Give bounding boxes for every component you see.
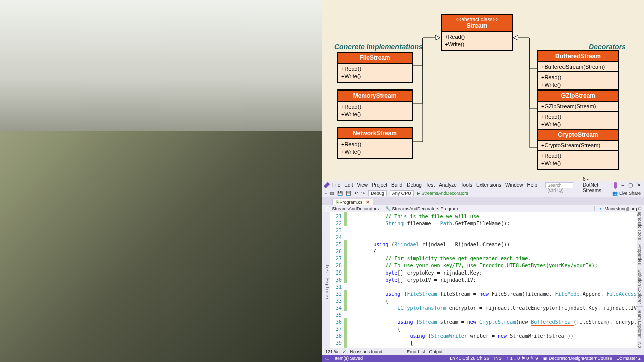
issues-text[interactable]: No issues found — [350, 349, 383, 354]
run-button[interactable]: ▶ StreamsAndDecorators — [417, 191, 468, 196]
uml-diagram: Concrete Implementations Decorators <<ab… — [322, 0, 644, 181]
code-line[interactable]: byte[] cryptoIV = rijndael.IV; — [349, 277, 644, 284]
side-tab-test-explorer[interactable]: Test Explorer — [322, 212, 330, 352]
visual-studio-window: FileEditViewProjectBuildDebugTestAnalyze… — [322, 181, 644, 362]
code-line[interactable] — [349, 312, 644, 319]
code-line[interactable]: { — [349, 326, 644, 333]
menu-extensions[interactable]: Extensions — [476, 182, 501, 188]
code-line[interactable]: { — [349, 340, 644, 347]
uml-abstract-stream: <<abstract class>> Stream +Read()+Write(… — [441, 14, 513, 51]
undo-icon[interactable]: ↶ — [354, 191, 358, 196]
bottom-tab-error-list[interactable]: Error List — [407, 349, 425, 354]
live-share-button[interactable]: 👥 Live Share — [612, 191, 641, 196]
crumb-namespace[interactable]: 🔧 StreamsAndDecorators.Program — [382, 206, 595, 211]
uml-memorystream: MemoryStream +Read()+Write() — [337, 89, 413, 121]
code-line[interactable]: // This is the file we will use — [349, 213, 644, 220]
status-branch[interactable]: ⎇ master ▴ — [617, 356, 641, 361]
code-line[interactable] — [349, 284, 644, 291]
platform-dropdown[interactable]: Any CPU — [390, 190, 414, 196]
config-dropdown[interactable]: Debug — [368, 190, 387, 196]
bottom-tab-output[interactable]: Output — [429, 349, 443, 354]
vs-status-bar: ▭ Item(s) Saved Ln 41 Col 26 Ch 26 INS ↑… — [322, 355, 644, 362]
code-editor[interactable]: Test Explorer 21222324252627282930313233… — [322, 212, 644, 352]
code-line[interactable]: { — [349, 298, 644, 305]
menu-view[interactable]: View — [357, 182, 368, 188]
nav-breadcrumb: 📄 StreamsAndDecorators 🔧 StreamsAndDecor… — [322, 205, 644, 212]
code-line[interactable]: using (Stream stream = new CryptoStream(… — [349, 319, 644, 326]
status-ins: INS — [494, 356, 502, 361]
menu-file[interactable]: File — [332, 182, 340, 188]
menu-analyze[interactable]: Analyze — [439, 182, 457, 188]
code-line[interactable]: using (FileStream fileStream = new FileS… — [349, 291, 644, 298]
status-caret-pos: Ln 41 Col 26 Ch 26 — [450, 356, 489, 361]
save-icon[interactable]: 💾 — [337, 191, 343, 196]
vs-search-box[interactable]: Search (Ctrl+Q) — [545, 182, 573, 188]
side-tab-diagnostic-tools[interactable]: Diagnostic Tools — [637, 205, 643, 242]
uml-bufferedstream: BufferedStream +BufferedStream(Stream) +… — [537, 50, 619, 92]
code-line[interactable]: { — [349, 248, 644, 255]
menu-project[interactable]: Project — [372, 182, 387, 188]
maximize-icon[interactable]: ▢ — [628, 182, 633, 188]
tab-label: Program.cs — [340, 200, 363, 205]
status-save-icon: ▭ — [325, 356, 330, 361]
code-line[interactable]: // To use your own key/IV, use Encoding.… — [349, 262, 644, 269]
crumb-project[interactable]: 📄 StreamsAndDecorators — [322, 206, 382, 211]
code-line[interactable] — [349, 227, 644, 234]
side-tab-properties[interactable]: Properties — [637, 242, 643, 267]
minimize-icon[interactable]: – — [621, 182, 624, 188]
vs-solution-name: 6 - DotNet Streams — [583, 176, 604, 193]
side-tab-team-explorer[interactable]: Team Explorer — [637, 307, 643, 340]
code-line[interactable] — [349, 234, 644, 241]
promo-photo — [0, 0, 322, 362]
redo-icon[interactable]: ↷ — [361, 191, 365, 196]
photo-bg — [0, 0, 322, 131]
menu-window[interactable]: Window — [505, 182, 523, 188]
status-changes[interactable]: ↑ 1 ↓ 0 ⚑ 0 ✎ 9 — [507, 356, 538, 361]
menu-tools[interactable]: Tools — [461, 182, 472, 188]
uml-gzipstream: GZipStream +GZipStream(Stream) +Read()+W… — [537, 89, 619, 131]
code-line[interactable]: String filename = Path.GetTempFileName()… — [349, 220, 644, 227]
uml-cryptostream: CryptoStream +CryptoStream(Stream) +Read… — [537, 129, 619, 170]
code-line[interactable]: using (Rijndael rijndael = Rijndael.Crea… — [349, 241, 644, 248]
code-line[interactable]: using (StreamWriter writer = new StreamW… — [349, 333, 644, 340]
editor-tab-bar: ⎘ Program.cs ✕ — [322, 197, 644, 205]
uml-label-left: Concrete Implementations — [334, 43, 423, 51]
editor-footer: 121 % ✔ No issues found Error List Outpu… — [322, 348, 644, 355]
code-line[interactable]: // For simplicity these get generated ea… — [349, 255, 644, 262]
vs-logo-icon — [324, 182, 330, 188]
uml-label-right: Decorators — [589, 43, 626, 51]
code-lines[interactable]: // This is the file we will use String f… — [347, 212, 644, 352]
right-tool-tabs: Diagnostic ToolsPropertiesSolution Explo… — [637, 205, 644, 362]
menu-test[interactable]: Test — [426, 182, 435, 188]
new-file-icon[interactable]: ▤ — [330, 191, 334, 196]
vs-menu-bar: FileEditViewProjectBuildDebugTestAnalyze… — [322, 181, 644, 189]
user-avatar-icon[interactable] — [614, 182, 617, 189]
menu-edit[interactable]: Edit — [344, 182, 353, 188]
csharp-file-icon: ⎘ — [336, 200, 338, 205]
uml-methods: +Read()+Write() — [442, 32, 512, 50]
tab-close-icon[interactable]: ✕ — [366, 200, 370, 205]
code-line[interactable]: ICryptoTransform encryptor = rijndael.Cr… — [349, 305, 644, 312]
close-icon[interactable]: ✕ — [637, 182, 641, 188]
uml-class-name: Stream — [444, 22, 510, 29]
code-line[interactable]: byte[] cryptoKey = rijndael.Key; — [349, 269, 644, 277]
tab-program-cs[interactable]: ⎘ Program.cs ✕ — [332, 199, 373, 205]
nav-back-icon[interactable]: ◦ — [325, 191, 327, 196]
line-number-gutter: 2122232425262728293031323334353637383940… — [330, 212, 344, 352]
stereotype: <<abstract class>> — [444, 17, 510, 22]
save-all-icon[interactable]: 💾 — [346, 191, 351, 196]
menu-help[interactable]: Help — [527, 182, 538, 188]
side-tab-solution-explorer[interactable]: Solution Explorer — [637, 267, 643, 307]
uml-filestream: FileStream +Read()+Write() — [337, 52, 413, 83]
menu-debug[interactable]: Debug — [407, 182, 421, 188]
issues-ok-icon: ✔ — [342, 349, 346, 354]
status-saved: Item(s) Saved — [335, 356, 363, 361]
menu-build[interactable]: Build — [391, 182, 403, 188]
status-repo[interactable]: ▣ DecoratorDesignPatternCourse — [543, 356, 612, 361]
uml-networkstream: NetworkStream +Read()+Write() — [337, 127, 413, 159]
zoom-level[interactable]: 121 % — [325, 349, 338, 354]
